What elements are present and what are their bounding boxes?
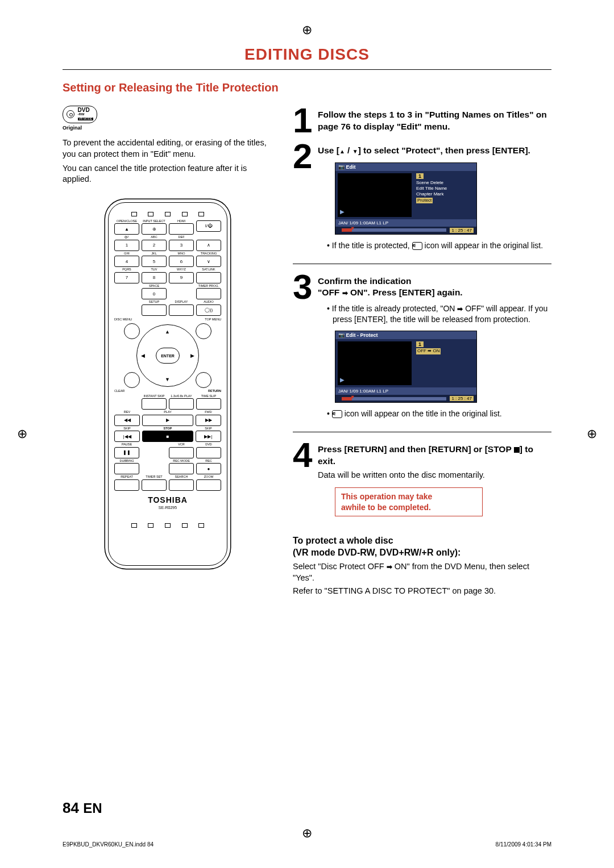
vcr-button: [169, 447, 194, 458]
num-7-button: 7: [114, 272, 139, 283]
fwd-button: ▶▶: [196, 415, 221, 426]
section-heading: Setting or Releasing the Title Protectio…: [63, 81, 551, 94]
registration-mark-icon: ⊕: [302, 826, 312, 841]
column-layout: DVD -RW VR MODE Original To prevent the …: [63, 106, 551, 597]
note-box: This operation may take awhile to be com…: [335, 487, 483, 516]
protect-whole-disc-heading: To protect a whole disc (VR mode DVD-RW,…: [293, 535, 551, 559]
dpad: ▲ ▼ ◀ ▶ ENTER: [136, 324, 199, 387]
bullet-protected: • If the title is protected, ⚟ icon will…: [327, 240, 551, 251]
ch-down-button: ∨: [196, 256, 221, 267]
arrow-right-icon: [387, 562, 392, 571]
num-3-button: 3: [169, 240, 194, 251]
lock-key-icon: ⚟: [332, 410, 342, 418]
left-column: DVD -RW VR MODE Original To prevent the …: [63, 106, 273, 597]
footer-date: 8/11/2009 4:01:34 PM: [496, 841, 551, 848]
rev-button: ◀◀: [114, 415, 140, 426]
osd-menu: Scene Delete Edit Title Name Chapter Mar…: [416, 180, 474, 204]
power-button: I/⏻: [196, 220, 221, 232]
registration-mark-icon: ⊕: [302, 23, 312, 37]
skip-back-button: |◀◀: [114, 431, 140, 442]
step-heading: Follow the steps 1 to 3 in "Putting Name…: [318, 109, 551, 133]
badge-caption: Original: [63, 125, 273, 131]
right-button: ▶: [190, 353, 194, 358]
enter-button: ENTER: [156, 348, 180, 364]
remote-control: OPEN/CLOSE▲ INPUT SELECT⊕ HDMI I/⏻ @/:1 …: [108, 202, 227, 566]
play-icon: ▶: [340, 208, 345, 215]
remote-illustration: OPEN/CLOSE▲ INPUT SELECT⊕ HDMI I/⏻ @/:1 …: [63, 202, 273, 566]
num-4-button: 4: [114, 256, 139, 267]
osd-title: 📷 Edit - Protect: [335, 331, 476, 339]
num-2-button: 2: [142, 240, 167, 251]
osd-progress: ▼ 1 : 25 : 47: [335, 227, 476, 234]
num-8-button: 8: [142, 272, 167, 283]
num-9-button: 9: [169, 272, 194, 283]
down-icon: [352, 145, 358, 157]
setup-button: [142, 304, 167, 316]
num-5-button: 5: [142, 256, 167, 267]
bullet-lock-icon-appear: • ⚟ icon will appear on the title in the…: [327, 408, 551, 419]
play-button: ▶: [142, 415, 193, 426]
intro-paragraph-1: To prevent the accidental editing, or er…: [63, 137, 273, 160]
step-heading: Confirm the indication "OFF ON". Press […: [318, 276, 551, 299]
dvd-button: [196, 447, 221, 458]
step-4: 4 Press [RETURN] and then [RETURN] or [S…: [293, 440, 551, 523]
step-3: 3 Confirm the indication "OFF ON". Press…: [293, 272, 551, 424]
osd-tag: 1: [416, 341, 424, 347]
play-icon: ▶: [340, 377, 345, 383]
disc-menu-button: [124, 323, 140, 339]
page-title: EDITING DISCS: [63, 45, 551, 64]
remote-model: SE-R0295: [114, 506, 221, 510]
page: ⊕ ⊕ ⊕ ⊕ EDITING DISCS Setting or Releasi…: [0, 0, 614, 868]
ir-leds: [114, 210, 221, 219]
osd-footer-info: JAN/ 1/09 1:00AM L1 LP: [335, 219, 476, 227]
rec-mode-button: [169, 463, 194, 474]
disc-icon: [67, 110, 74, 118]
print-footer: E9PKBUD_DKVR60KU_EN.indd 84 8/11/2009 4:…: [63, 841, 551, 848]
ch-up-button: ∧: [196, 240, 221, 251]
step-body-text: Data will be written onto the disc momen…: [318, 470, 551, 481]
zoom-button: [196, 479, 221, 491]
osd-time: 1 : 25 : 47: [450, 396, 474, 401]
input-select-button: ⊕: [142, 223, 167, 235]
left-button: ◀: [141, 353, 145, 358]
osd-time: 1 : 25 : 47: [450, 228, 474, 233]
step-divider: [293, 264, 551, 264]
display-button: [169, 304, 194, 316]
bottom-decor: [114, 521, 221, 530]
num-6-button: 6: [169, 256, 194, 267]
osd-footer-info: JAN/ 1/09 1:00AM L1 LP: [335, 387, 476, 395]
osd-screenshot-protect: 📷 Edit - Protect ▶ 1 OFF ➡ ON JAN/ 1/09 …: [335, 331, 477, 403]
intro-paragraph-2: You can cancel the title protection feat…: [63, 163, 273, 185]
top-menu-button: [196, 323, 211, 339]
instant-skip-button: [142, 398, 167, 410]
repeat-button: [114, 479, 139, 491]
arrow-right-icon: [342, 287, 348, 297]
arrow-right-icon: [457, 304, 463, 313]
return-button: [196, 372, 211, 388]
audio-button: ◯)): [196, 304, 221, 316]
registration-mark-icon: ⊕: [587, 427, 597, 441]
registration-mark-icon: ⊕: [17, 427, 27, 441]
badge-line2: -RW: [78, 113, 93, 116]
pause-button: ❚❚: [114, 447, 139, 458]
num-1-button: 1: [114, 240, 139, 251]
osd-menu: OFF ➡ ON: [416, 348, 474, 354]
protect-whole-disc-body: Select "Disc Protect OFF ON" from the DV…: [293, 561, 551, 583]
lock-key-icon: ⚟: [412, 242, 422, 250]
time-slip-button: [196, 398, 221, 410]
speed-play-button: [169, 398, 194, 410]
osd-screenshot-edit: 📷 Edit ▶ 1 Scene Delete Edit Title Name …: [335, 162, 477, 235]
clear-button: [124, 372, 140, 388]
step-1: 1 Follow the steps 1 to 3 in "Putting Na…: [293, 106, 551, 136]
title-rule: [63, 69, 551, 70]
dvd-rw-badge: DVD -RW VR MODE: [63, 106, 97, 123]
timer-set-button: [142, 479, 167, 491]
step-divider: [293, 432, 551, 432]
up-button: ▲: [165, 329, 170, 335]
footer-file: E9PKBUD_DKVR60KU_EN.indd 84: [63, 841, 154, 848]
step-2: 2 Use [ / ] to select "Protect", then pr…: [293, 141, 551, 256]
search-button: [169, 479, 194, 491]
step-number: 4: [293, 440, 318, 523]
osd-tag: 1: [416, 173, 424, 179]
up-icon: [339, 145, 345, 157]
